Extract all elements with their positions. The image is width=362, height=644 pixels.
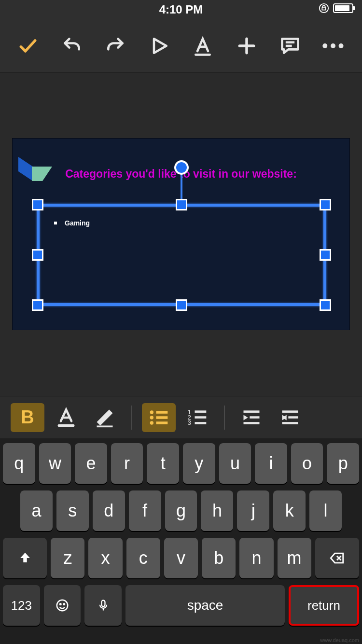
key-t[interactable]: t [147, 443, 179, 484]
key-emoji[interactable] [44, 585, 81, 626]
key-d[interactable]: d [93, 490, 125, 531]
indent-button[interactable] [273, 403, 307, 432]
resize-handle-tl[interactable] [32, 199, 43, 210]
numbered-list-button[interactable]: 123 [181, 403, 214, 432]
svg-rect-16 [156, 421, 168, 424]
svg-rect-14 [156, 416, 168, 419]
bullet-list-button[interactable] [142, 403, 176, 432]
resize-handle-bl[interactable] [32, 299, 43, 311]
keyboard-row-3: z x c v b n m [3, 538, 359, 578]
svg-point-15 [150, 421, 153, 424]
svg-rect-26 [244, 422, 260, 424]
resize-handle-tm[interactable] [176, 199, 187, 210]
keyboard-row-1: q w e r t y u i o p [3, 443, 359, 484]
status-time: 4:10 PM [159, 3, 203, 16]
status-icons [319, 3, 353, 14]
svg-rect-12 [156, 411, 168, 414]
resize-handle-ml[interactable] [32, 249, 43, 261]
bullet-dot-icon [54, 222, 57, 224]
selected-textbox[interactable]: Gaming [32, 199, 331, 311]
key-j[interactable]: j [237, 490, 269, 531]
done-button[interactable] [14, 32, 42, 59]
svg-marker-24 [244, 415, 248, 420]
rotation-handle[interactable] [174, 160, 189, 175]
play-button[interactable] [146, 32, 173, 59]
key-y[interactable]: y [183, 443, 215, 484]
key-c[interactable]: c [126, 538, 160, 578]
svg-rect-10 [97, 425, 113, 427]
resize-handle-bm[interactable] [176, 299, 187, 311]
key-backspace[interactable] [315, 538, 359, 578]
svg-rect-20 [195, 416, 207, 419]
svg-rect-23 [244, 410, 260, 413]
key-o[interactable]: o [291, 443, 323, 484]
svg-rect-30 [288, 416, 298, 419]
key-i[interactable]: i [255, 443, 287, 484]
separator [224, 406, 225, 430]
key-return[interactable]: return [289, 585, 359, 626]
redo-button[interactable] [102, 32, 129, 59]
undo-button[interactable] [58, 32, 85, 59]
text-color-button[interactable] [49, 403, 83, 432]
svg-point-13 [150, 416, 153, 419]
highlight-button[interactable] [88, 403, 122, 432]
toolbar: ••• [0, 19, 362, 72]
key-l[interactable]: l [309, 490, 342, 531]
key-mic[interactable] [84, 585, 122, 626]
bold-button[interactable]: B [11, 403, 44, 432]
key-e[interactable]: e [75, 443, 107, 484]
svg-rect-18 [195, 410, 207, 413]
outdent-button[interactable] [235, 403, 268, 432]
key-u[interactable]: u [219, 443, 251, 484]
svg-rect-27 [282, 410, 298, 413]
key-space[interactable]: space [125, 585, 285, 626]
svg-text:3: 3 [188, 419, 191, 426]
slide-canvas[interactable]: Categories you'd like to visit in our we… [0, 72, 362, 396]
slide[interactable]: Categories you'd like to visit in our we… [12, 138, 350, 330]
more-button[interactable]: ••• [320, 32, 348, 59]
svg-point-34 [57, 600, 68, 611]
keyboard-row-2: a s d f g h j k l [3, 490, 359, 531]
resize-handle-mr[interactable] [320, 249, 331, 261]
format-bar: B 123 [0, 396, 362, 438]
svg-marker-1 [154, 39, 167, 53]
key-g[interactable]: g [165, 490, 197, 531]
rotation-line [181, 174, 182, 200]
key-q[interactable]: q [3, 443, 35, 484]
key-p[interactable]: p [327, 443, 359, 484]
key-a[interactable]: a [20, 490, 53, 531]
svg-rect-31 [282, 422, 298, 424]
key-v[interactable]: v [164, 538, 198, 578]
battery-icon [333, 3, 353, 13]
key-n[interactable]: n [239, 538, 273, 578]
resize-handle-br[interactable] [320, 299, 331, 311]
key-s[interactable]: s [56, 490, 89, 531]
comment-button[interactable] [277, 32, 304, 59]
svg-point-36 [64, 603, 65, 605]
status-bar: 4:10 PM [0, 0, 362, 19]
key-m[interactable]: m [278, 538, 311, 578]
orientation-lock-icon [319, 3, 329, 14]
svg-rect-25 [250, 416, 259, 419]
separator [131, 406, 132, 430]
key-z[interactable]: z [51, 538, 84, 578]
key-h[interactable]: h [201, 490, 233, 531]
key-shift[interactable] [3, 538, 47, 578]
key-r[interactable]: r [111, 443, 143, 484]
svg-rect-22 [195, 422, 207, 424]
svg-point-11 [150, 410, 153, 414]
svg-rect-37 [101, 601, 105, 607]
svg-point-35 [60, 603, 61, 605]
resize-handle-tr[interactable] [320, 199, 331, 210]
keyboard-row-4: 123 space return [3, 585, 359, 626]
bullet-item[interactable]: Gaming [54, 219, 90, 227]
key-x[interactable]: x [88, 538, 122, 578]
add-button[interactable] [233, 32, 260, 59]
key-k[interactable]: k [273, 490, 306, 531]
keyboard: q w e r t y u i o p a s d f g h j k l z … [0, 438, 362, 644]
key-w[interactable]: w [39, 443, 71, 484]
key-b[interactable]: b [202, 538, 236, 578]
key-f[interactable]: f [129, 490, 161, 531]
key-mode[interactable]: 123 [3, 585, 40, 626]
text-format-button[interactable] [189, 32, 216, 59]
